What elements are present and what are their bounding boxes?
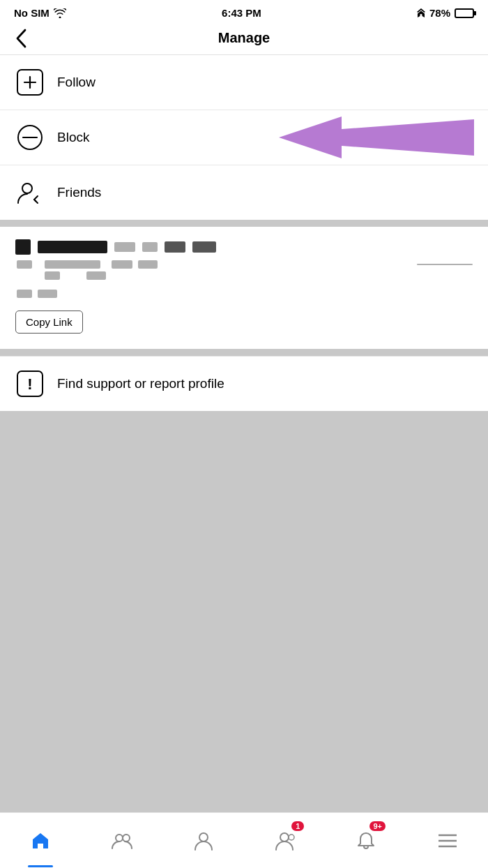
tab-active-bar [28,865,53,867]
gray-separator-1 [0,220,488,227]
friends-tab-icon [112,832,132,850]
tab-profile[interactable] [183,820,224,862]
tab-friends[interactable] [101,820,143,862]
report-label: Find support or report profile [57,376,224,391]
redact-10 [138,260,158,269]
redact-14 [38,290,57,298]
gray-separator-2 [0,349,488,356]
tab-groups[interactable]: 1 [264,820,305,862]
redact-9 [112,260,132,269]
redact-7 [17,260,32,269]
profile-tab-icon [195,831,213,851]
follow-icon [15,68,45,97]
carrier-label: No SIM [14,7,49,19]
wifi-icon [54,8,66,18]
status-time: 6:43 PM [222,7,261,19]
status-left: No SIM [14,7,66,19]
back-button[interactable] [14,27,29,50]
tab-notifications[interactable]: 9+ [345,820,387,862]
report-item[interactable]: ! Find support or report profile [0,357,488,411]
notifications-badge: 9+ [369,821,386,831]
follow-label: Follow [57,75,96,90]
svg-point-3 [22,184,32,193]
redact-3 [114,242,135,252]
groups-tab-icon [274,831,295,851]
menu-tab-icon [439,834,457,848]
redact-8 [45,260,100,269]
status-right: 78% [417,7,474,19]
block-icon [15,123,45,152]
tab-home[interactable] [20,820,61,862]
svg-point-6 [116,835,123,841]
redact-2 [38,241,107,253]
svg-point-7 [123,835,130,841]
battery-icon [455,8,474,18]
redact-4 [142,242,158,252]
svg-marker-2 [279,117,474,158]
svg-text:!: ! [27,375,32,393]
redact-11 [45,271,60,280]
redact-13 [17,290,32,298]
redact-12 [86,271,106,280]
gray-fill-area [0,411,488,812]
home-icon [31,831,50,851]
follow-item[interactable]: Follow [0,55,488,110]
redact-6 [192,241,216,253]
arrow-annotation [279,112,474,163]
block-label: Block [57,130,89,145]
page-title: Manage [218,30,270,46]
redact-1 [15,239,31,255]
svg-point-8 [199,833,208,841]
redact-5 [165,241,185,253]
link-redacted-row-4 [15,290,473,298]
groups-badge: 1 [291,821,304,831]
menu-section: Follow Block [0,55,488,220]
location-icon [417,8,425,18]
svg-point-9 [280,833,289,841]
battery-percent: 78% [429,7,450,19]
svg-point-10 [289,835,294,840]
copy-link-button[interactable]: Copy Link [15,310,83,334]
block-item[interactable]: Block [0,110,488,165]
tab-bar: 1 9+ [0,812,488,868]
friends-icon [15,178,45,207]
friends-label: Friends [57,185,101,200]
report-section: ! Find support or report profile [0,356,488,411]
nav-header: Manage [0,23,488,55]
link-redacted-row-3 [15,271,473,280]
tab-menu[interactable] [427,820,468,862]
status-bar: No SIM 6:43 PM 78% [0,0,488,23]
bell-tab-icon [357,831,375,851]
link-redacted-row-2 [15,260,473,269]
link-redacted-row-1 [15,239,473,255]
redact-line [417,264,473,265]
link-section: Copy Link [0,227,488,349]
friends-item[interactable]: Friends [0,165,488,220]
report-icon: ! [15,369,45,398]
